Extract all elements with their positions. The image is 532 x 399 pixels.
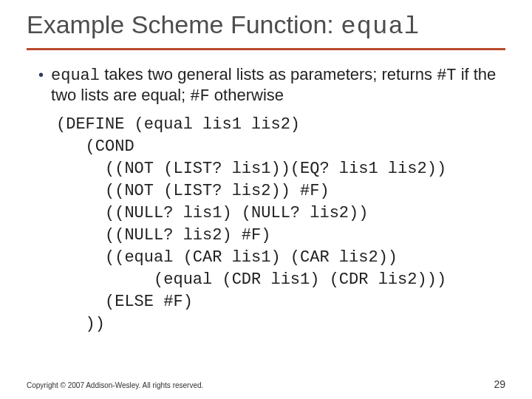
bullet-text: equal takes two general lists as paramet…: [51, 65, 505, 106]
code-line-9: )): [56, 315, 105, 333]
bullet-mono-3: #F: [190, 87, 209, 106]
title-rule: [27, 48, 505, 50]
content-area: • equal takes two general lists as param…: [27, 65, 505, 335]
page-number: 29: [494, 378, 505, 390]
slide: Example Scheme Function: equal • equal t…: [0, 0, 532, 335]
code-line-8: (ELSE #F): [56, 293, 193, 311]
code-line-7: (equal (CDR lis1) (CDR lis2))): [56, 270, 446, 289]
code-line-5: ((NULL? lis2) #F): [56, 226, 270, 245]
code-line-6: ((equal (CAR lis1) (CAR lis2)): [56, 248, 398, 267]
code-line-3: ((NOT (LIST? lis2)) #F): [56, 182, 330, 200]
bullet-seg-1: takes two general lists as parameters; r…: [100, 65, 437, 83]
bullet-mono-2: #T: [437, 66, 456, 85]
bullet-marker: •: [38, 65, 44, 84]
slide-title: Example Scheme Function: equal: [27, 10, 505, 41]
title-text: Example Scheme Function:: [27, 10, 341, 38]
title-mono: equal: [341, 13, 420, 41]
code-line-4: ((NULL? lis1) (NULL? lis2)): [56, 204, 368, 222]
code-line-2: ((NOT (LIST? lis1))(EQ? lis1 lis2)): [56, 160, 446, 178]
bullet-seg-3: otherwise: [210, 86, 284, 104]
footer: Copyright © 2007 Addison-Wesley. All rig…: [27, 378, 505, 390]
bullet-mono-1: equal: [51, 66, 100, 85]
copyright-text: Copyright © 2007 Addison-Wesley. All rig…: [27, 381, 203, 389]
bullet-item: • equal takes two general lists as param…: [38, 65, 505, 106]
code-line-1: (COND: [56, 137, 134, 156]
code-block: (DEFINE (equal lis1 lis2) (COND ((NOT (L…: [56, 114, 505, 335]
code-line-0: (DEFINE (equal lis1 lis2): [56, 115, 300, 134]
